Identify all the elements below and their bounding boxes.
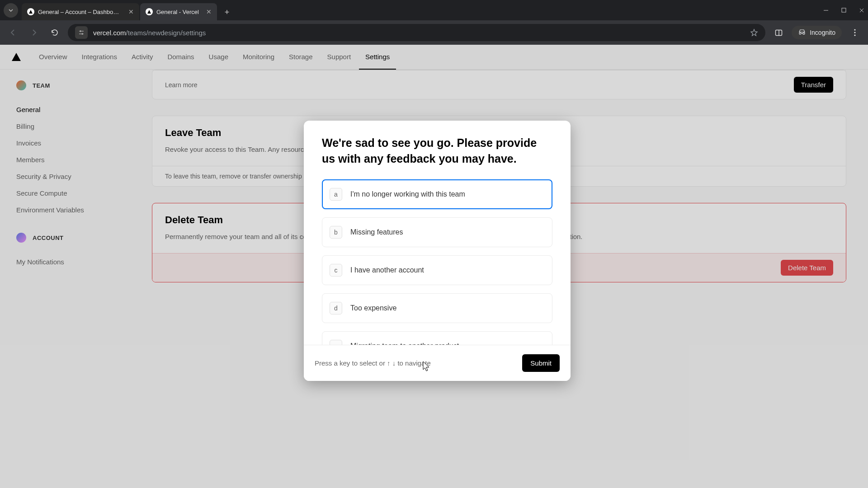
side-panel-button[interactable] (771, 25, 786, 40)
kebab-icon (854, 29, 856, 36)
close-window-button[interactable] (859, 8, 864, 13)
browser-tab[interactable]: General – Account – Dashboard ✕ (22, 3, 139, 20)
bookmark-button[interactable] (750, 28, 758, 37)
option-label: I'm no longer working with this team (350, 190, 465, 198)
incognito-badge[interactable]: Incognito (792, 26, 842, 39)
forward-button[interactable] (26, 25, 42, 40)
browser-toolbar: vercel.com/teams/newdesign/settings Inco… (0, 20, 868, 45)
svg-point-2 (854, 29, 855, 30)
modal-overlay[interactable]: We're sad to see you go. Please provide … (0, 45, 868, 488)
back-button[interactable] (5, 25, 21, 40)
svg-rect-0 (842, 8, 846, 12)
tab-title: General - Vercel (156, 9, 199, 15)
svg-point-4 (854, 34, 855, 36)
option-key-badge: c (330, 264, 342, 277)
browser-tab-active[interactable]: General - Vercel ✕ (140, 3, 217, 20)
window-controls (823, 0, 868, 20)
browser-menu-button[interactable] (847, 25, 863, 40)
maximize-button[interactable] (841, 8, 846, 13)
option-key-badge: e (330, 340, 342, 345)
close-tab-button[interactable]: ✕ (206, 8, 212, 15)
url-path: /teams/newdesign/settings (126, 29, 206, 37)
site-info-button[interactable] (75, 26, 88, 39)
star-icon (750, 28, 758, 37)
tune-icon (78, 29, 85, 36)
option-label: I have another account (350, 266, 424, 274)
option-key-badge: b (330, 226, 342, 239)
modal-keyboard-hint: Press a key to select or ↑ ↓ to navigate (315, 359, 431, 367)
reload-button[interactable] (47, 25, 62, 40)
feedback-option-b[interactable]: bMissing features (322, 217, 552, 247)
vercel-favicon (146, 8, 153, 15)
option-label: Missing features (350, 228, 403, 236)
submit-button[interactable]: Submit (522, 354, 560, 372)
page-root: OverviewIntegrationsActivityDomainsUsage… (0, 45, 868, 488)
chevron-down-icon (8, 8, 14, 13)
feedback-option-c[interactable]: cI have another account (322, 255, 552, 285)
option-key-badge: a (330, 188, 342, 201)
option-label: Too expensive (350, 304, 396, 312)
svg-point-3 (854, 32, 855, 33)
address-bar[interactable]: vercel.com/teams/newdesign/settings (68, 24, 765, 41)
option-key-badge: d (330, 302, 342, 314)
new-tab-button[interactable]: + (221, 6, 233, 19)
feedback-option-a[interactable]: aI'm no longer working with this team (322, 179, 552, 209)
close-tab-button[interactable]: ✕ (128, 8, 134, 15)
feedback-option-d[interactable]: dToo expensive (322, 293, 552, 323)
incognito-label: Incognito (810, 29, 835, 36)
vercel-favicon (27, 8, 34, 15)
browser-tab-strip: General – Account – Dashboard ✕ General … (0, 0, 868, 20)
feedback-option-e[interactable]: eMigrating team to another product (322, 331, 552, 345)
feedback-modal: We're sad to see you go. Please provide … (304, 121, 571, 381)
incognito-icon (798, 28, 806, 37)
panel-icon (775, 29, 783, 37)
tab-search-button[interactable] (4, 3, 18, 18)
modal-title: We're sad to see you go. Please provide … (322, 135, 552, 167)
modal-footer: Press a key to select or ↑ ↓ to navigate… (304, 345, 571, 381)
url-host: vercel.com (93, 29, 126, 37)
minimize-button[interactable] (823, 8, 829, 13)
tab-title: General – Account – Dashboard (38, 9, 121, 15)
